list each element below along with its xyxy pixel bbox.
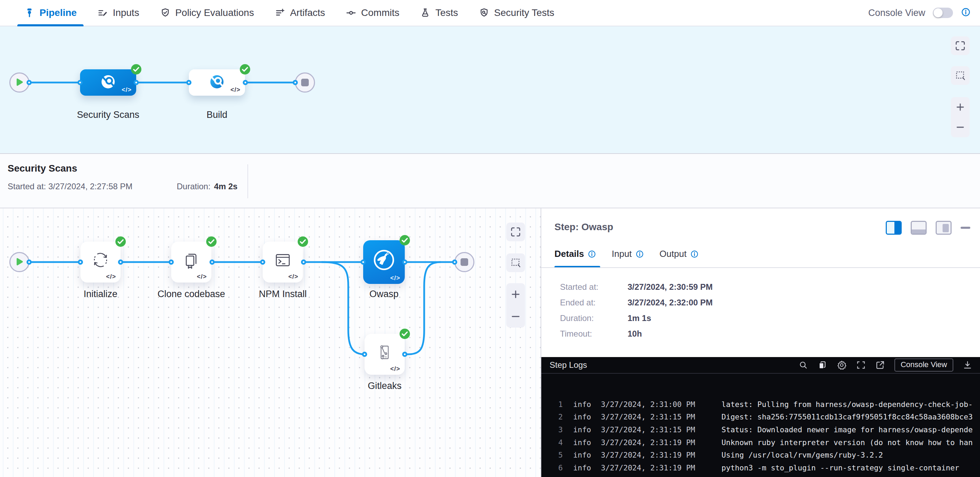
log-message: Digest: sha256:7755011cdb13caf9f95051f8c…	[721, 413, 980, 421]
stage-end-node[interactable]	[295, 72, 315, 93]
tab-input[interactable]: Input	[612, 249, 644, 259]
step-node-clone-codebase[interactable]: </>	[171, 242, 212, 282]
tab-output[interactable]: Output	[659, 249, 699, 259]
log-row: 6 info 3/27/2024, 2:31:19 PM python3 -m …	[541, 461, 980, 474]
marquee-select-button[interactable]	[506, 254, 525, 272]
settings-gear-icon[interactable]	[837, 360, 847, 370]
pipeline-execution-page: Pipeline Inputs Policy Evaluations Artif…	[0, 0, 980, 477]
zoom-out-button[interactable]	[506, 305, 525, 328]
port	[27, 80, 32, 85]
nav-tabs: Pipeline Inputs Policy Evaluations Artif…	[0, 0, 565, 26]
log-line-number: 1	[541, 400, 563, 409]
port	[186, 80, 192, 85]
detail-value: 1m 1s	[628, 313, 651, 324]
code-glyph: </>	[390, 365, 400, 373]
log-timestamp: 3/27/2024, 2:31:19 PM	[601, 438, 711, 447]
tab-label: Input	[612, 249, 632, 259]
expand-canvas-button[interactable]	[506, 223, 525, 241]
divider	[541, 267, 980, 268]
step-node-npm-install[interactable]: </>	[262, 242, 303, 282]
detail-row: Ended at: 3/27/2024, 2:32:00 PM	[560, 297, 713, 308]
download-icon[interactable]	[963, 360, 972, 370]
port	[452, 260, 457, 265]
detail-label: Started at:	[560, 282, 628, 292]
log-lines[interactable]: 1 info 3/27/2024, 2:31:00 PM latest: Pul…	[541, 374, 980, 477]
log-message: Unknown ruby interpreter version (do not…	[721, 438, 980, 447]
step-label: Owasp	[339, 289, 429, 300]
zoom-out-button[interactable]	[951, 117, 970, 137]
step-end-node[interactable]	[454, 252, 474, 272]
step-node-owasp[interactable]: </>	[363, 240, 405, 284]
policy-evaluations-icon	[160, 8, 170, 18]
port	[27, 260, 32, 265]
tab-policy-evaluations[interactable]: Policy Evaluations	[150, 0, 264, 26]
layout-right-panel-icon[interactable]	[886, 221, 902, 235]
info-icon[interactable]	[690, 250, 699, 258]
expand-canvas-button[interactable]	[951, 37, 970, 55]
play-icon	[15, 258, 24, 266]
console-view-toggle[interactable]	[933, 8, 953, 18]
stage-node-build[interactable]: </>	[189, 69, 245, 96]
copy-icon[interactable]	[818, 360, 827, 370]
layout-floating-panel-icon[interactable]	[935, 221, 951, 235]
stage-node-security-scans[interactable]: </>	[80, 69, 136, 96]
step-node-initialize[interactable]: </>	[80, 242, 121, 282]
tab-security-tests[interactable]: Security Tests	[469, 0, 565, 26]
port	[293, 80, 298, 85]
search-icon[interactable]	[799, 360, 808, 370]
step-node-gitleaks[interactable]: </>	[364, 334, 405, 375]
security-tests-icon	[479, 8, 489, 18]
info-icon[interactable]	[635, 250, 644, 258]
code-glyph: </>	[106, 273, 116, 281]
success-badge	[399, 235, 410, 246]
port	[243, 80, 248, 85]
log-level: info	[573, 400, 591, 409]
info-icon[interactable]	[961, 7, 971, 19]
minimize-panel-icon[interactable]	[961, 227, 970, 229]
zoom-in-button[interactable]	[506, 283, 525, 305]
tests-icon	[420, 8, 430, 18]
zoom-in-button[interactable]	[951, 97, 970, 117]
tab-label: Security Tests	[494, 7, 554, 18]
marquee-select-button[interactable]	[951, 66, 970, 85]
tab-label: Output	[659, 249, 686, 259]
detail-label: Timeout:	[560, 329, 628, 339]
success-badge	[298, 236, 308, 247]
tab-commits[interactable]: Commits	[336, 0, 410, 26]
tab-tests[interactable]: Tests	[410, 0, 468, 26]
port	[134, 80, 139, 85]
port	[361, 260, 366, 265]
ci-stage-icon	[208, 73, 226, 92]
duration-label: Duration:	[177, 182, 210, 191]
log-level: info	[573, 451, 591, 459]
open-in-new-icon[interactable]	[875, 360, 885, 370]
step-graph-canvas[interactable]: </> </> </>	[0, 208, 541, 477]
console-view-button[interactable]: Console View	[894, 359, 953, 372]
step-logs-title: Step Logs	[550, 360, 587, 370]
log-row: 4 info 3/27/2024, 2:31:19 PM Unknown rub…	[541, 436, 980, 449]
nav-right: Console View	[868, 7, 980, 19]
log-message: Using /usr/local/rvm/gems/ruby-3.2.2	[721, 451, 980, 459]
panel-layout-controls	[886, 221, 970, 235]
inputs-icon	[97, 8, 108, 18]
console-view-label: Console View	[868, 8, 925, 18]
success-badge	[131, 64, 142, 75]
tab-details[interactable]: Details	[554, 249, 597, 259]
info-icon[interactable]	[587, 250, 597, 258]
success-badge	[399, 329, 410, 339]
tab-inputs[interactable]: Inputs	[87, 0, 150, 26]
log-message: Status: Downloaded newer image for harne…	[721, 425, 980, 434]
play-icon	[15, 78, 24, 87]
tab-artifacts[interactable]: Artifacts	[264, 0, 336, 26]
duration-value: 4m 2s	[214, 182, 237, 191]
fullscreen-icon[interactable]	[856, 360, 866, 370]
stage-started-at: Started at: 3/27/2024, 2:27:58 PM	[8, 182, 132, 191]
port	[118, 260, 123, 265]
tab-label: Details	[554, 249, 584, 259]
layout-bottom-panel-icon[interactable]	[911, 221, 927, 235]
tab-pipeline[interactable]: Pipeline	[14, 0, 87, 26]
code-glyph: </>	[231, 86, 240, 94]
stage-graph-canvas[interactable]: </> </> Security Scans Build	[0, 26, 980, 153]
stop-icon	[461, 258, 468, 266]
detail-value: 3/27/2024, 2:32:00 PM	[628, 297, 713, 308]
